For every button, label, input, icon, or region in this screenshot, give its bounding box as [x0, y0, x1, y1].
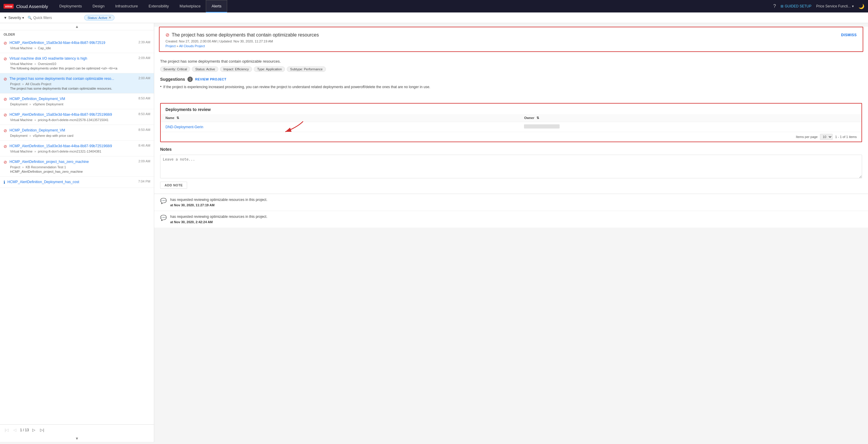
quick-filter-search[interactable]: 🔍: [28, 16, 81, 20]
alert-subtitle-4: Deployment » vSphere Deployment: [4, 102, 150, 106]
app-logo[interactable]: vmw Cloud Assembly: [4, 4, 48, 9]
quick-filter-input[interactable]: [33, 16, 81, 20]
alert-time-3: 2:00 AM: [138, 76, 150, 80]
suggestions-text: If the project is experiencing increased…: [163, 84, 430, 90]
alert-item-1[interactable]: ⊘ HCMP_AlertDefinition_15a83e3d-fdae-44b…: [0, 37, 154, 53]
info-icon-9: ℹ: [4, 180, 5, 185]
status-active-badge[interactable]: Status: Active ✕: [84, 15, 115, 21]
tab-design[interactable]: Design: [87, 0, 110, 12]
error-icon-5: ⊘: [4, 113, 7, 117]
alert-item-2[interactable]: ⊘ Virtual machine disk I/O read/write la…: [0, 53, 154, 73]
project-link[interactable]: Project: [165, 44, 176, 48]
alert-item-3[interactable]: ⊘ The project has some deployments that …: [0, 73, 154, 93]
tab-deployments[interactable]: Deployments: [54, 0, 87, 12]
filter-icon: ▼: [4, 16, 7, 20]
alert-subtitle-8: Project » KB Recommendation Test 1: [4, 165, 150, 169]
alert-detail-header: ⊘ The project has some deployments that …: [159, 27, 863, 52]
items-per-page-select[interactable]: 10: [820, 134, 833, 140]
alert-time-2: 2:09 AM: [138, 56, 150, 60]
activity-time-1: at Nov 30, 2020, 11:27:19 AM: [170, 203, 214, 207]
search-icon: 🔍: [28, 16, 32, 20]
guided-setup-icon: ⊞: [780, 4, 783, 8]
chevron-down-icon: ▾: [852, 4, 854, 8]
alert-body: The project has some deployments that co…: [154, 56, 868, 103]
alert-item-7[interactable]: ⊘ HCMP_AlertDefinition_15a83e3d-fdae-44b…: [0, 141, 154, 156]
severity-filter[interactable]: ▼ Severity ▾: [4, 16, 24, 20]
owner-value: [524, 124, 560, 128]
tab-marketplace[interactable]: Marketplace: [174, 0, 206, 12]
alert-title-7: HCMP_AlertDefinition_15a83e3d-fdae-44ba-…: [9, 144, 134, 149]
last-page-btn[interactable]: ▷|: [39, 427, 45, 433]
alert-item-5[interactable]: ⊘ HCMP_AlertDefinition_15a83e3d-fdae-44b…: [0, 109, 154, 125]
alert-time-9: 7:04 PM: [138, 180, 150, 183]
next-page-btn[interactable]: ▷: [31, 427, 36, 433]
alert-time-6: 8:50 AM: [138, 128, 150, 131]
alert-time-8: 2:09 AM: [138, 159, 150, 163]
severity-chevron-icon: ▾: [22, 16, 24, 20]
table-pagination: Items per page 10 1 - 1 of 1 items: [161, 132, 862, 142]
add-note-button[interactable]: ADD NOTE: [160, 182, 187, 189]
activity-text-2: has requested reviewing optimizable reso…: [170, 214, 268, 225]
scroll-down-arrow[interactable]: ▼: [0, 435, 154, 442]
filter-bar: ▼ Severity ▾ 🔍 Status: Active ✕: [0, 12, 868, 23]
scroll-up-arrow[interactable]: ▲: [0, 23, 154, 30]
tag-severity: Severity: Critical: [160, 66, 190, 72]
deployments-table: Name ⇅ Owner ⇅ DND-Deployment-Gerin: [161, 114, 862, 132]
user-menu[interactable]: Price Service Functi... ▾: [816, 4, 854, 8]
alert-subtitle-7: Virtual Machine » pricing-ft-don't-delet…: [4, 150, 150, 153]
alert-meta: Created: Nov 27, 2020, 2:00:00 AM | Upda…: [165, 39, 857, 43]
alert-detail-error-icon: ⊘: [165, 32, 169, 38]
alert-desc-8: HCMP_AlertDefinition_project_has_zero_ma…: [4, 170, 150, 173]
activity-icon-1: 💬: [160, 198, 167, 208]
alert-item-9[interactable]: ℹ HCMP_AlertDefinition_Deployment_has_co…: [0, 177, 154, 188]
activity-item-1: 💬 has requested reviewing optimizable re…: [154, 194, 868, 211]
alert-item-8[interactable]: ⊘ HCMP_AlertDefinition_project_has_zero_…: [0, 156, 154, 177]
alert-title-1: HCMP_AlertDefinition_15a83e3d-fdae-44ba-…: [9, 40, 134, 46]
alert-time-7: 8:46 AM: [138, 144, 150, 147]
tab-infrastructure[interactable]: Infrastructure: [110, 0, 143, 12]
section-older-label: Older: [0, 30, 154, 37]
first-page-btn[interactable]: |◁: [4, 427, 10, 433]
bullet-icon: •: [160, 84, 162, 89]
all-clouds-project-link[interactable]: All Clouds Project: [179, 44, 205, 48]
table-row[interactable]: DND-Deployment-Gerin: [161, 122, 862, 132]
tag-impact: Impact: Efficiency: [220, 66, 252, 72]
error-icon: ⊘: [4, 41, 7, 46]
tab-alerts[interactable]: Alerts: [206, 0, 227, 12]
tag-subtype: Subtype: Performance: [287, 66, 326, 72]
deployments-table-header: Name ⇅ Owner ⇅: [161, 114, 862, 122]
alert-body-text: The project has some deployments that co…: [160, 59, 862, 63]
deployment-name-cell[interactable]: DND-Deployment-Gerin: [161, 122, 519, 132]
guided-setup-button[interactable]: ⊞ GUIDED SETUP: [780, 4, 811, 8]
dismiss-button[interactable]: DISMISS: [841, 33, 857, 37]
app-title: Cloud Assembly: [16, 4, 48, 9]
top-nav: vmw Cloud Assembly Deployments Design In…: [0, 0, 868, 12]
prev-page-btn[interactable]: ◁: [12, 427, 18, 433]
items-count: 1 - 1 of 1 items: [835, 135, 857, 139]
alert-title-6: HCMP_Definition_Deployment_VM: [9, 128, 134, 133]
review-project-button[interactable]: REVIEW PROJECT: [195, 78, 226, 81]
alert-item-4[interactable]: ⊘ HCMP_Definition_Deployment_VM 8:50 AM …: [0, 93, 154, 109]
left-panel: ▲ Older ⊘ HCMP_AlertDefinition_15a83e3d-…: [0, 23, 154, 442]
sort-name-icon[interactable]: ⇅: [177, 116, 179, 120]
alert-item-6[interactable]: ⊘ HCMP_Definition_Deployment_VM 8:50 AM …: [0, 125, 154, 141]
alert-title-8: HCMP_AlertDefinition_project_has_zero_ma…: [9, 159, 134, 165]
error-icon-2: ⊘: [4, 56, 7, 61]
help-icon[interactable]: ?: [773, 4, 776, 9]
nav-right: ? ⊞ GUIDED SETUP Price Service Functi...…: [773, 4, 864, 9]
notes-textarea[interactable]: [160, 155, 862, 178]
vmw-logo-box: vmw: [4, 4, 13, 9]
alert-time-1: 2:39 AM: [138, 40, 150, 44]
alert-meta-links: Project » All Clouds Project: [165, 44, 857, 48]
status-badge-close[interactable]: ✕: [108, 16, 111, 20]
sort-owner-icon[interactable]: ⇅: [536, 116, 539, 120]
alert-detail-title: The project has some deployments that co…: [172, 32, 839, 38]
alert-title-5: HCMP_AlertDefinition_15a83e3d-fdae-44ba-…: [9, 112, 134, 117]
right-panel: ⊘ The project has some deployments that …: [154, 23, 868, 442]
tab-extensibility[interactable]: Extensibility: [143, 0, 174, 12]
alert-desc-3: The project has some deployments that co…: [4, 87, 150, 90]
theme-toggle-icon[interactable]: 🌙: [859, 4, 864, 9]
alert-title-4: HCMP_Definition_Deployment_VM: [9, 96, 134, 101]
error-icon-6: ⊘: [4, 128, 7, 133]
alert-subtitle-2: Virtual Machine » Oversized10: [4, 62, 150, 66]
